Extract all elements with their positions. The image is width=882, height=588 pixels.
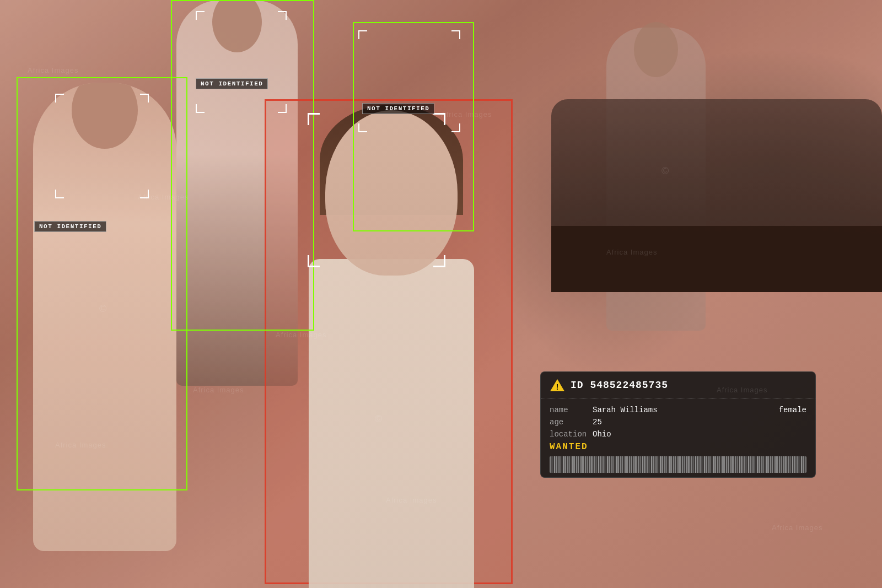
corner-br	[451, 123, 460, 132]
name-row: name Sarah Williams female	[550, 406, 806, 414]
barcode	[550, 456, 806, 473]
face-track-main-subject	[308, 113, 445, 267]
corner-bl	[55, 190, 64, 198]
corner-tl	[308, 113, 320, 125]
warning-icon: !	[550, 377, 565, 393]
corner-tl	[358, 30, 367, 39]
info-panel-header: ! ID 548522485735	[541, 372, 815, 399]
corner-tl	[55, 94, 64, 103]
location-row: location Ohio	[550, 430, 806, 439]
location-label: location	[550, 430, 588, 439]
corner-tr	[433, 113, 445, 125]
subject-age: 25	[593, 418, 602, 427]
label-not-identified-center: NOT IDENTIFIED	[196, 78, 268, 89]
face-track-left	[55, 94, 149, 198]
identified-info-panel: ! ID 548522485735 name Sarah Williams fe…	[540, 371, 816, 478]
age-label: age	[550, 418, 588, 427]
corner-bl	[308, 255, 320, 267]
wanted-status: WANTED	[550, 442, 806, 452]
corner-tr	[278, 11, 287, 20]
scene: NOT IDENTIFIED NOT IDENTIFIED NOT IDENTI…	[0, 0, 882, 588]
corner-tl	[196, 11, 205, 20]
subject-name: Sarah Williams	[593, 406, 658, 414]
warning-triangle-svg: !	[550, 377, 565, 393]
corner-tr	[140, 94, 149, 103]
corner-br	[278, 104, 287, 113]
label-not-identified-left: NOT IDENTIFIED	[34, 221, 106, 232]
subject-gender: female	[779, 406, 806, 414]
subject-location: Ohio	[593, 430, 611, 439]
subject-id: ID 548522485735	[571, 380, 668, 391]
label-not-identified-right: NOT IDENTIFIED	[362, 103, 434, 114]
corner-bl	[196, 104, 205, 113]
corner-br	[140, 190, 149, 198]
info-panel-body: name Sarah Williams female age 25 locati…	[541, 399, 815, 477]
name-label: name	[550, 406, 588, 414]
face-track-center	[196, 11, 287, 113]
main-subject-body	[309, 259, 474, 588]
age-row: age 25	[550, 418, 806, 427]
corner-tr	[451, 30, 460, 39]
svg-text:!: !	[555, 383, 560, 392]
corner-br	[433, 255, 445, 267]
